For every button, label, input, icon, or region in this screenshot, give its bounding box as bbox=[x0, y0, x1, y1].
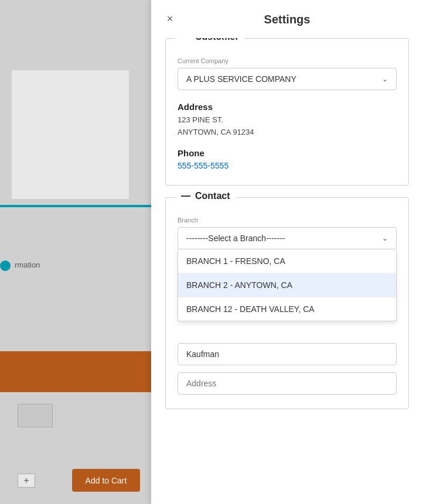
branch-option-2[interactable]: BRANCH 2 - ANYTOWN, CA bbox=[178, 273, 396, 297]
branch-select[interactable]: --------Select a Branch------- ⌄ bbox=[178, 227, 397, 249]
chevron-down-icon: ⌄ bbox=[382, 75, 388, 83]
panel-content: Customer Current Company A PLUS SERVICE … bbox=[151, 38, 423, 501]
contact-header-dash bbox=[181, 196, 190, 197]
background-panel: rmation + Add to Cart bbox=[0, 0, 151, 504]
branch-chevron-down-icon: ⌄ bbox=[382, 234, 388, 242]
address-input[interactable] bbox=[178, 372, 397, 395]
phone-link[interactable]: 555-555-5555 bbox=[178, 161, 228, 170]
bg-orange-bar bbox=[0, 351, 151, 392]
contact-name-input[interactable] bbox=[178, 343, 397, 365]
customer-section-card: Customer Current Company A PLUS SERVICE … bbox=[165, 38, 409, 186]
current-company-select[interactable]: A PLUS SERVICE COMPANY ⌄ bbox=[178, 68, 397, 90]
branch-dropdown-container: --------Select a Branch------- ⌄ BRANCH … bbox=[178, 227, 397, 249]
customer-section-header: Customer bbox=[175, 38, 245, 43]
phone-title: Phone bbox=[178, 148, 397, 158]
add-to-cart-button: Add to Cart bbox=[72, 469, 140, 492]
address-line2: ANYTOWN, CA 91234 bbox=[178, 126, 397, 139]
address-title: Address bbox=[178, 102, 397, 112]
contact-section-card: Contact Branch --------Select a Branch--… bbox=[165, 197, 409, 409]
current-company-value: A PLUS SERVICE COMPANY bbox=[186, 74, 296, 84]
address-line1: 123 PINE ST. bbox=[178, 114, 397, 126]
branch-dropdown-list: BRANCH 1 - FRESNO, CA BRANCH 2 - ANYTOWN… bbox=[178, 249, 397, 321]
bg-gray-box bbox=[18, 404, 53, 427]
close-button[interactable]: × bbox=[162, 11, 178, 27]
contact-section-label: Contact bbox=[195, 191, 230, 201]
panel-title: Settings bbox=[151, 0, 423, 38]
address-section: Address 123 PINE ST. ANYTOWN, CA 91234 bbox=[178, 102, 397, 139]
contact-section-header: Contact bbox=[175, 190, 236, 203]
bg-content-box bbox=[12, 70, 129, 199]
bg-circle bbox=[0, 260, 11, 271]
branch-option-1[interactable]: BRANCH 1 - FRESNO, CA bbox=[178, 249, 396, 273]
customer-section-label: Customer bbox=[195, 38, 239, 42]
phone-section: Phone 555-555-5555 bbox=[178, 148, 397, 171]
branch-option-3[interactable]: BRANCH 12 - DEATH VALLEY, CA bbox=[178, 297, 396, 321]
bg-plus-button: + bbox=[18, 474, 35, 488]
bg-information-text: rmation bbox=[15, 260, 40, 269]
settings-panel: × Settings Customer Current Company A PL… bbox=[151, 0, 423, 504]
bg-progress-bar bbox=[0, 205, 151, 207]
current-company-label: Current Company bbox=[178, 57, 397, 64]
branch-placeholder: --------Select a Branch------- bbox=[186, 234, 285, 243]
branch-label: Branch bbox=[178, 217, 397, 224]
